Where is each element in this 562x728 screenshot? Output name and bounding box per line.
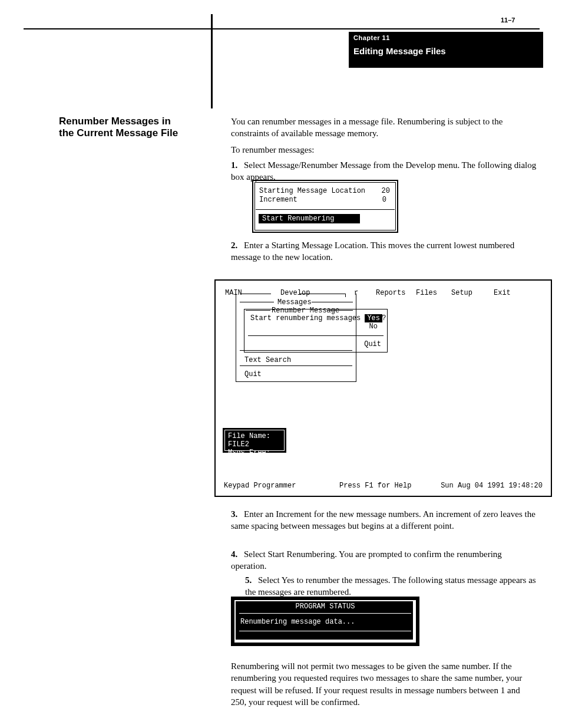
chapter-title: Editing Message Files [353,46,446,56]
section-heading-line1: Renumber Messages in [59,116,206,127]
vertical-divider [211,14,213,108]
menu-setup[interactable]: Setup [451,289,472,297]
step-number: 3. [231,508,244,520]
status-bar: Keypad Programmer Press F1 for Help Sun … [222,482,545,490]
step-3: 3.Enter an Increment for the new message… [231,508,537,532]
intro-lead: To renumber messages: [231,144,537,156]
menu-item-text-search[interactable]: Text Search [244,356,291,364]
step-5: 5.Select Yes to renumber the messages. T… [245,574,537,598]
step-number: 4. [231,548,244,560]
increment-label: Increment [259,196,297,204]
renumber-dialog: Starting Message Location 20 Increment 0… [252,180,398,233]
step-text: Select Yes to renumber the messages. The… [245,575,536,597]
step-text: Select Start Renumbering. You are prompt… [231,549,502,571]
step-number: 2. [231,239,244,251]
increment-value[interactable]: 0 [382,196,386,204]
menu-item-quit[interactable]: Quit [244,370,262,378]
program-status-dialog: PROGRAM STATUS Renumbering message data.… [231,597,419,646]
start-location-label: Starting Message Location [259,187,365,195]
status-datetime: Sun Aug 04 1991 19:48:20 [441,482,543,490]
section-heading-line2: the Current Message File [59,127,206,139]
app-screen: MAIN Develop r Reports Files Setup Exit … [214,279,552,497]
confirm-quit-button[interactable]: Quit [364,340,381,348]
msgs-free-line: Msgs Free: 114 [228,449,281,465]
step-2: 2.Enter a Starting Message Location. Thi… [231,239,537,263]
status-left: Keypad Programmer [224,482,296,490]
step-number: 1. [231,159,244,171]
submenu-messages: Messages [277,298,312,307]
file-info-box: File Name: FILE2 Msgs Free: 114 [223,428,286,453]
step-text: Enter an Increment for the new message n… [231,509,535,531]
header-rule [24,28,540,29]
page-number: 11–7 [501,17,515,24]
chapter-label: Chapter 11 [353,34,390,41]
step-text: Enter a Starting Message Location. This … [231,241,514,262]
start-renumbering-button[interactable]: Start Renumbering [259,214,360,223]
menu-exit[interactable]: Exit [494,289,511,297]
confirm-no-button[interactable]: No [369,322,378,331]
step-number: 5. [245,574,258,586]
status-help: Press F1 for Help [339,482,411,490]
program-status-message: Renumbering message data... [240,618,355,626]
menu-reports[interactable]: Reports [376,289,405,297]
menu-files[interactable]: Files [416,289,437,297]
intro-paragraph: You can renumber messages in a message f… [231,116,537,140]
confirm-dialog: Start renumbering messages now ? Yes No … [244,309,388,353]
step-4: 4.Select Start Renumbering. You are prom… [231,548,537,572]
post-note: Renumbering will not permit two messages… [231,660,537,708]
file-name-line: File Name: FILE2 [228,432,281,449]
step-text: Select Message/Renumber Message from the… [231,160,536,182]
confirm-yes-button[interactable]: Yes [365,314,382,322]
start-location-value[interactable]: 20 [382,187,390,195]
program-status-title: PROGRAM STATUS [231,602,419,611]
